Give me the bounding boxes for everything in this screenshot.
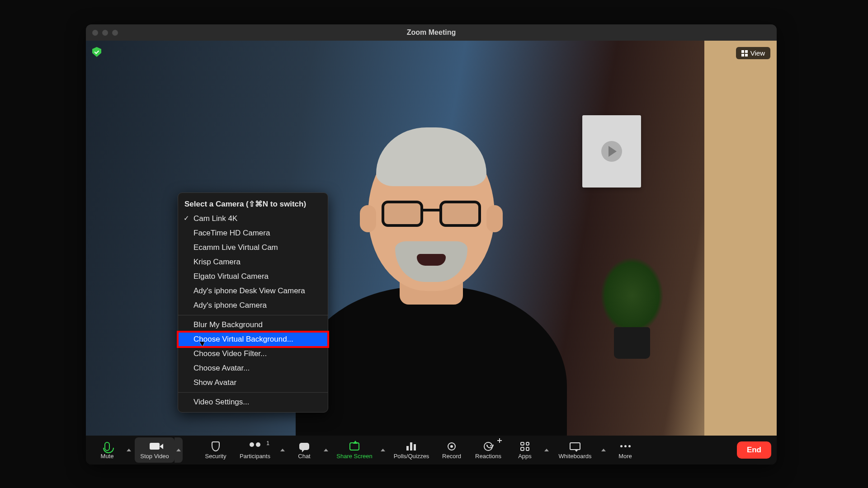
participants-count: 1 [266,440,269,446]
menu-separator [178,392,328,393]
choose-avatar-item[interactable]: Choose Avatar... [178,361,328,375]
video-feed: View Select a Camera (⇧⌘N to switch) Cam… [86,41,777,436]
video-options-caret[interactable] [175,437,183,463]
camera-option-facetime[interactable]: FaceTime HD Camera [178,226,328,240]
mute-button[interactable]: Mute [91,437,123,463]
security-button[interactable]: Security [200,437,231,463]
stop-video-label: Stop Video [140,453,169,460]
chat-icon [299,443,309,450]
chat-button[interactable]: Chat [288,437,320,463]
view-label: View [750,49,765,57]
whiteboards-options-caret[interactable] [599,437,608,463]
zoom-meeting-window: Zoom Meeting [86,24,777,465]
share-icon [349,442,359,450]
choose-virtual-background-item[interactable]: Choose Virtual Background... [178,332,328,347]
camera-option-krisp[interactable]: Krisp Camera [178,255,328,269]
audio-options-caret[interactable] [125,437,133,463]
chat-label: Chat [298,453,310,460]
poll-icon [406,442,416,450]
encryption-shield-icon[interactable] [92,47,101,57]
video-settings-item[interactable]: Video Settings... [178,395,328,409]
microphone-icon [104,442,110,451]
chat-options-caret[interactable] [322,437,330,463]
window-controls [86,30,118,36]
more-icon [620,445,631,447]
camera-menu-header: Select a Camera (⇧⌘N to switch) [178,196,328,211]
security-label: Security [205,453,226,460]
blur-background-item[interactable]: Blur My Background [178,318,328,332]
camera-option-elgato[interactable]: Elgato Virtual Camera [178,269,328,284]
participants-label: Participants [240,453,270,460]
share-options-caret[interactable] [379,437,387,463]
menu-separator [178,315,328,315]
whiteboards-label: Whiteboards [559,453,592,460]
polls-button[interactable]: Polls/Quizzes [389,437,434,463]
share-screen-label: Share Screen [336,453,373,460]
camera-option-ecamm[interactable]: Ecamm Live Virtual Cam [178,240,328,255]
minimize-window-button[interactable] [102,30,108,36]
camera-option-camlink4k[interactable]: Cam Link 4K [178,211,328,226]
record-label: Record [442,453,461,460]
window-title: Zoom Meeting [86,28,777,37]
view-button[interactable]: View [736,47,770,59]
camera-options-menu: Select a Camera (⇧⌘N to switch) Cam Link… [178,192,328,413]
more-button[interactable]: More [609,437,641,463]
participants-button[interactable]: Participants 1 [233,437,277,463]
whiteboards-button[interactable]: Whiteboards [552,437,598,463]
zoom-window-button[interactable] [112,30,118,36]
share-screen-button[interactable]: Share Screen [332,437,377,463]
apps-icon [520,442,529,451]
apps-options-caret[interactable] [542,437,551,463]
people-icon [250,442,260,450]
stop-video-button[interactable]: Stop Video [135,437,175,463]
camera-icon [150,443,160,450]
plant-decor [591,255,673,359]
mute-label: Mute [101,453,114,460]
polls-label: Polls/Quizzes [394,453,429,460]
choose-video-filter-item[interactable]: Choose Video Filter... [178,347,328,361]
reactions-button[interactable]: Reactions [469,437,507,463]
record-icon [448,442,456,450]
grid-icon [741,50,748,56]
camera-option-iphone[interactable]: Ady's iphone Camera [178,298,328,313]
participants-options-caret[interactable] [278,437,287,463]
close-window-button[interactable] [92,30,98,36]
shield-icon [212,441,220,451]
reactions-label: Reactions [475,453,501,460]
plus-icon [497,438,502,443]
smiley-icon [484,442,493,451]
meeting-toolbar: Mute Stop Video Security Participants 1 … [86,436,777,465]
apps-button[interactable]: Apps [509,437,541,463]
show-avatar-item[interactable]: Show Avatar [178,375,328,390]
background-wall [704,41,777,436]
record-button[interactable]: Record [436,437,467,463]
camera-option-iphone-desk[interactable]: Ady's iphone Desk View Camera [178,284,328,298]
youtube-plaque-decor [582,115,641,188]
whiteboard-icon [570,442,580,450]
end-meeting-button[interactable]: End [737,441,771,459]
participant-video [291,110,571,436]
apps-label: Apps [518,453,532,460]
titlebar: Zoom Meeting [86,24,777,41]
more-label: More [618,453,632,460]
